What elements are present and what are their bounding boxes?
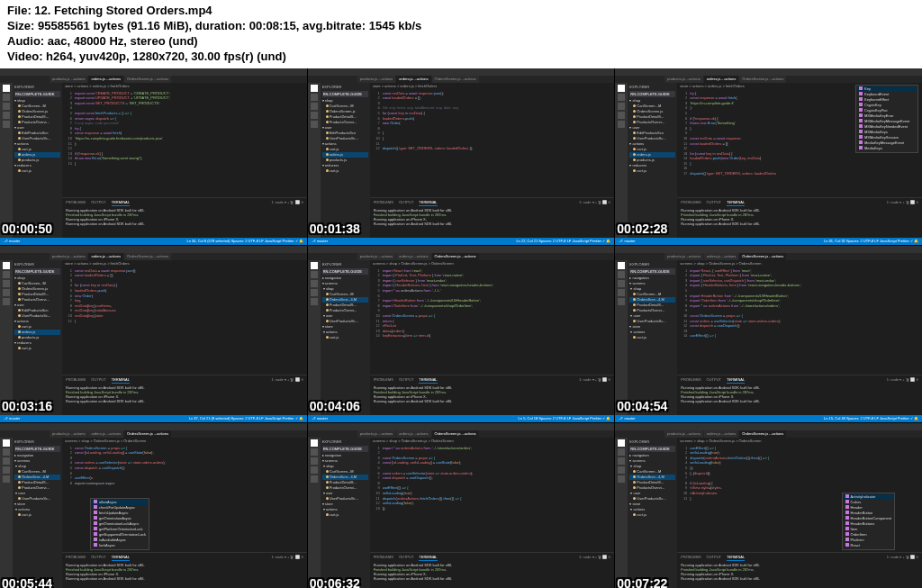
file-item[interactable]: cart.js: [322, 168, 368, 174]
extensions-icon[interactable]: [311, 475, 318, 483]
project-name[interactable]: RN-COMPLETE-GUIDE: [14, 446, 60, 452]
project-name[interactable]: RN-COMPLETE-GUIDE: [322, 268, 368, 275]
terminal-tab[interactable]: TERMINAL: [419, 555, 437, 561]
project-name[interactable]: RN-COMPLETE-GUIDE: [14, 91, 60, 97]
status-right[interactable]: Ln 22, Col 21 Spaces: 2 UTF-8 LF JavaScr…: [516, 239, 610, 243]
terminal-panel[interactable]: PROBLEMSOUTPUTTERMINAL1: node ▾ + 🗑 ⬜ ✕R…: [370, 375, 615, 415]
editor-tab[interactable]: OrdersScreen.js ...actions: [124, 253, 171, 260]
project-name[interactable]: RN-COMPLETE-GUIDE: [629, 268, 675, 275]
explorer-icon[interactable]: [3, 85, 10, 92]
project-name[interactable]: RN-COMPLETE-GUIDE: [322, 91, 368, 97]
editor-tab[interactable]: products.js ...actions: [50, 430, 87, 438]
code-editor[interactable]: screens > shop > OrdersScreen.js > Order…: [370, 260, 615, 415]
editor-tab[interactable]: OrdersScreen.js ...actions: [124, 76, 171, 83]
extensions-icon[interactable]: [618, 475, 625, 483]
project-name[interactable]: RN-COMPLETE-GUIDE: [322, 446, 368, 452]
git-icon[interactable]: [311, 280, 318, 287]
extensions-icon[interactable]: [618, 298, 625, 305]
terminal-panel[interactable]: PROBLEMSOUTPUTTERMINAL1: node ▾ + 🗑 ⬜ ✕R…: [62, 552, 307, 588]
explorer-icon[interactable]: [3, 262, 10, 269]
breadcrumb[interactable]: store > actions > orders.js > fetchOrder…: [370, 83, 615, 89]
terminal-tab[interactable]: PROBLEMS: [374, 200, 393, 206]
terminal-selector[interactable]: 1: node ▾ + 🗑 ⬜ ✕: [579, 200, 610, 204]
debug-icon[interactable]: [618, 289, 625, 296]
search-icon[interactable]: [618, 271, 625, 278]
explorer-icon[interactable]: [311, 439, 318, 447]
terminal-tab[interactable]: PROBLEMS: [66, 200, 86, 206]
file-item[interactable]: cart.js: [14, 346, 60, 351]
editor-tab[interactable]: OrdersScreen.js ...actions: [739, 253, 786, 260]
search-icon[interactable]: [3, 448, 10, 456]
terminal-selector[interactable]: 1: node ▾ + 🗑 ⬜ ✕: [887, 555, 918, 559]
terminal-selector[interactable]: 1: node ▾ + 🗑 ⬜ ✕: [271, 200, 303, 204]
terminal-tab[interactable]: OUTPUT: [707, 377, 721, 384]
breadcrumb[interactable]: screens > shop > OrdersScreen.js > Order…: [677, 438, 922, 444]
extensions-icon[interactable]: [3, 298, 10, 305]
file-item[interactable]: cart.js: [322, 335, 368, 340]
terminal-selector[interactable]: 1: node ▾ + 🗑 ⬜ ✕: [887, 200, 918, 204]
code-content[interactable]: 1export const CREATE_PRODUCT = 'CREATE_P…: [62, 89, 307, 197]
git-icon[interactable]: [311, 457, 318, 465]
editor-tab[interactable]: products.js ...actions: [50, 76, 87, 83]
file-item[interactable]: cart.js: [14, 512, 60, 518]
project-name[interactable]: RN-COMPLETE-GUIDE: [14, 268, 60, 275]
terminal-tab[interactable]: OUTPUT: [91, 555, 105, 561]
terminal-tab[interactable]: OUTPUT: [707, 200, 721, 206]
editor-tab[interactable]: orders.js ...actions: [88, 76, 122, 83]
editor-tab[interactable]: orders.js ...actions: [704, 253, 738, 260]
search-icon[interactable]: [618, 448, 625, 456]
editor-tab[interactable]: orders.js ...actions: [396, 76, 430, 83]
editor-tab[interactable]: orders.js ...actions: [88, 430, 122, 438]
status-right[interactable]: Ln 15, Col 43 Spaces: 2 UTF-8 LF JavaScr…: [824, 416, 918, 421]
terminal-panel[interactable]: PROBLEMSOUTPUTTERMINAL1: node ▾ + 🗑 ⬜ ✕R…: [62, 375, 307, 415]
git-icon[interactable]: [3, 457, 10, 465]
file-item[interactable]: cart.js: [322, 512, 368, 518]
code-editor[interactable]: screens > shop > OrdersScreen.js > Order…: [370, 438, 615, 588]
breadcrumb[interactable]: screens > shop > OrdersScreen.js > Order…: [62, 438, 307, 444]
terminal-tab[interactable]: OUTPUT: [399, 377, 413, 384]
terminal-tab[interactable]: OUTPUT: [399, 555, 413, 561]
search-icon[interactable]: [3, 271, 10, 278]
breadcrumb[interactable]: screens > shop > OrdersScreen.js > Order…: [677, 260, 922, 267]
code-editor[interactable]: screens > shop > OrdersScreen.js > Order…: [677, 260, 922, 415]
editor-tab[interactable]: OrdersScreen.js ...actions: [124, 430, 171, 438]
editor-tab[interactable]: orders.js ...actions: [88, 253, 122, 260]
status-right[interactable]: Ln 5, Col 18 Spaces: 2 UTF-8 LF JavaScri…: [519, 416, 611, 421]
editor-tab[interactable]: products.js ...actions: [357, 253, 395, 260]
terminal-selector[interactable]: 1: node ▾ + 🗑 ⬜ ✕: [887, 377, 918, 382]
debug-icon[interactable]: [311, 466, 318, 474]
terminal-selector[interactable]: 1: node ▾ + 🗑 ⬜ ✕: [271, 555, 303, 559]
git-branch[interactable]: ⎇ master: [312, 239, 328, 243]
terminal-tab[interactable]: TERMINAL: [727, 200, 745, 206]
project-name[interactable]: RN-COMPLETE-GUIDE: [629, 446, 675, 452]
terminal-tab[interactable]: PROBLEMS: [374, 555, 393, 561]
terminal-panel[interactable]: PROBLEMSOUTPUTTERMINAL1: node ▾ + 🗑 ⬜ ✕R…: [677, 375, 922, 415]
autocomplete-popup[interactable]: KeyKeyboardEventKeyframeEffectCryptoKeyC…: [855, 85, 918, 153]
status-right[interactable]: Ln 37, Col 21 (8 selected) Spaces: 2 UTF…: [189, 416, 303, 421]
file-item[interactable]: cart.js: [629, 512, 675, 518]
terminal-tab[interactable]: TERMINAL: [727, 377, 745, 384]
terminal-tab[interactable]: PROBLEMS: [681, 555, 701, 561]
terminal-tab[interactable]: OUTPUT: [91, 377, 105, 384]
editor-tab[interactable]: products.js ...actions: [664, 430, 702, 438]
search-icon[interactable]: [311, 94, 318, 101]
git-branch[interactable]: ⎇ master: [619, 239, 635, 243]
debug-icon[interactable]: [3, 289, 10, 296]
code-content[interactable]: 1 const resData = await response.json();…: [62, 267, 307, 375]
explorer-icon[interactable]: [311, 262, 318, 269]
search-icon[interactable]: [311, 448, 318, 456]
breadcrumb[interactable]: store > actions > orders.js > fetchOrder…: [62, 260, 307, 267]
editor-tab[interactable]: orders.js ...actions: [704, 430, 738, 438]
debug-icon[interactable]: [311, 289, 318, 296]
editor-tab[interactable]: products.js ...actions: [50, 253, 87, 260]
debug-icon[interactable]: [3, 466, 10, 474]
status-right[interactable]: Ln 31, Col 32 Spaces: 2 UTF-8 LF JavaScr…: [824, 239, 918, 243]
git-branch[interactable]: ⎇ master: [619, 416, 635, 421]
search-icon[interactable]: [618, 94, 625, 101]
terminal-selector[interactable]: 1: node ▾ + 🗑 ⬜ ✕: [271, 377, 303, 382]
git-branch[interactable]: ⎇ master: [4, 239, 20, 243]
editor-tab[interactable]: orders.js ...actions: [396, 253, 430, 260]
terminal-selector[interactable]: 1: node ▾ + 🗑 ⬜ ✕: [579, 555, 610, 559]
terminal-tab[interactable]: OUTPUT: [91, 200, 105, 206]
search-icon[interactable]: [3, 94, 10, 101]
